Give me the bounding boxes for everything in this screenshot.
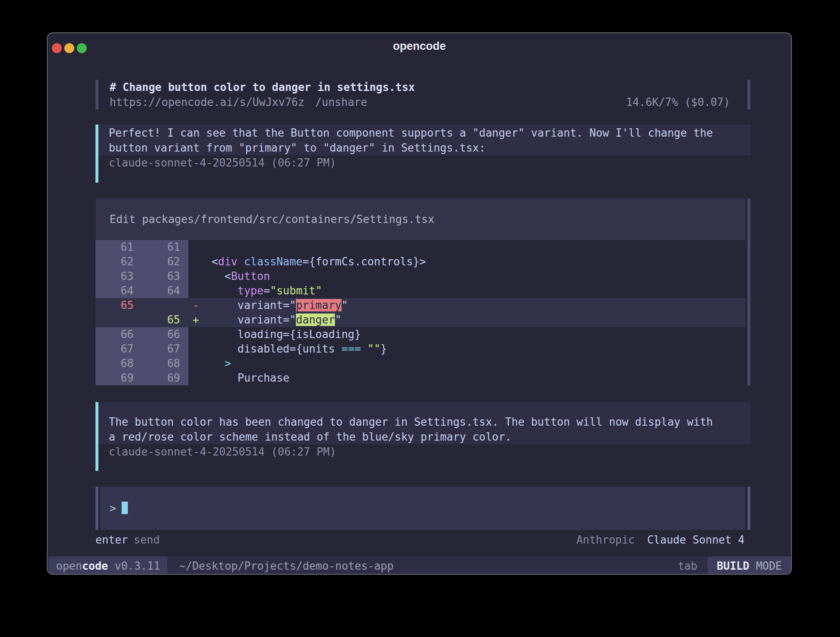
close-button[interactable] — [52, 43, 62, 53]
line-number-old: 66 — [95, 327, 142, 342]
footer-hints: enter send Anthropic Claude Sonnet 4 — [95, 532, 750, 547]
code-segment — [205, 284, 237, 297]
working-directory: ~/Desktop/Projects/demo-notes-app — [179, 556, 394, 575]
prompt-char: > — [110, 502, 116, 514]
diff-row: 65+ variant="danger" — [95, 313, 745, 327]
code-segment: === — [342, 343, 361, 355]
line-number-old: 67 — [95, 342, 142, 356]
code-segment: < — [205, 255, 218, 268]
token-cost-stats: 14.6K/7% ($0.07) — [626, 95, 745, 110]
message-accent-bar — [95, 402, 98, 471]
code-segment — [205, 357, 225, 370]
header-right-border — [747, 80, 750, 110]
message-text: Perfect! I can see that the Button compo… — [98, 125, 750, 155]
line-number-old: 65 — [95, 298, 142, 313]
prompt-input[interactable]: > — [100, 487, 745, 530]
text-cursor — [122, 502, 128, 514]
code-segment: Purchase — [205, 372, 290, 384]
main-area: # Change button color to danger in setti… — [48, 59, 791, 547]
diff-row: 6161 — [95, 240, 745, 255]
diff-sign — [188, 269, 205, 284]
model-info: claude-sonnet-4-20250514 (06:27 PM) — [98, 155, 750, 170]
mode-badge: BUILDMODE — [708, 556, 791, 575]
diff-sign: + — [188, 313, 205, 327]
line-number-new: 69 — [142, 371, 188, 385]
diff-sign: - — [188, 298, 205, 313]
diff-row: 6868 > — [95, 356, 745, 371]
diff-sign — [188, 284, 205, 298]
code-segment: > — [225, 357, 231, 370]
diff-row: 6666 loading={isLoading} — [95, 327, 745, 342]
line-number-old: 69 — [95, 371, 142, 385]
diff-sign — [188, 356, 205, 371]
line-number-old: 68 — [95, 356, 142, 371]
diff-sign — [188, 327, 205, 342]
mode-badge-secondary: MODE — [756, 560, 782, 572]
code-segment: primary — [296, 299, 342, 311]
code-segment: danger — [296, 314, 335, 326]
message-line: button variant from "primary" to "danger… — [98, 140, 750, 155]
model-name: Claude Sonnet 4 — [647, 534, 745, 546]
code-segment: className — [244, 255, 303, 268]
prompt-left-border — [95, 487, 98, 530]
diff-row: 6969 Purchase — [95, 371, 745, 385]
line-number-old — [95, 313, 142, 327]
unshare-command[interactable]: /unshare — [315, 95, 367, 110]
line-number-old: 64 — [95, 284, 142, 298]
diff-sign — [188, 342, 205, 356]
message-line: a red/rose color scheme instead of the b… — [98, 429, 750, 444]
code-line: variant="danger" — [205, 313, 342, 327]
model-info: claude-sonnet-4-20250514 (06:27 PM) — [98, 444, 750, 459]
titlebar: opencode — [48, 33, 791, 59]
line-number-new: 66 — [142, 327, 188, 342]
code-line: disabled={units === ""} — [205, 342, 387, 356]
prompt-area: > — [95, 487, 750, 530]
code-segment: loading={isLoading} — [205, 328, 361, 341]
code-line: variant="primary" — [205, 298, 348, 313]
code-segment: variant=" — [205, 299, 296, 311]
code-segment: " — [342, 299, 348, 311]
app-name-suffix: code — [82, 560, 108, 572]
tab-key-hint[interactable]: tab — [678, 556, 697, 575]
assistant-message: Perfect! I can see that the Button compo… — [95, 125, 750, 183]
diff-sign — [188, 240, 205, 255]
code-line: type="submit" — [205, 284, 322, 298]
session-header: # Change button color to danger in setti… — [95, 80, 750, 110]
code-segment: type — [237, 284, 264, 297]
zoom-button[interactable] — [77, 43, 87, 53]
line-number-new: 62 — [142, 255, 188, 269]
header-left-border — [95, 80, 98, 110]
share-url[interactable]: https://opencode.ai/s/UwJxv76z — [110, 95, 305, 110]
prompt-right-border — [747, 487, 750, 530]
code-segment: ={formCs.controls}> — [303, 255, 426, 268]
line-number-old: 63 — [95, 269, 142, 284]
assistant-message: The button color has been changed to dan… — [95, 402, 750, 471]
app-name-prefix: open — [56, 560, 82, 572]
edit-tool-card: Edit packages/frontend/src/containers/Se… — [95, 198, 750, 385]
line-number-new — [142, 298, 188, 313]
code-line: <div className={formCs.controls}> — [205, 255, 426, 269]
diff-row: 6363 <Button — [95, 269, 745, 284]
code-segment: = — [264, 284, 270, 297]
message-line: The button color has been changed to dan… — [98, 414, 750, 429]
app-version-chip: opencodev0.3.11 — [49, 556, 167, 575]
diff-row: 6262 <div className={formCs.controls}> — [95, 255, 745, 269]
message-accent-bar — [95, 125, 98, 183]
status-bar: opencodev0.3.11 ~/Desktop/Projects/demo-… — [48, 556, 791, 575]
diff-sign — [188, 255, 205, 269]
diff-row: 6767 disabled={units === ""} — [95, 342, 745, 356]
minimize-button[interactable] — [64, 43, 74, 53]
edit-file-header: Edit packages/frontend/src/containers/Se… — [95, 198, 745, 240]
line-number-new: 64 — [142, 284, 188, 298]
code-segment — [237, 255, 244, 268]
line-number-new: 63 — [142, 269, 188, 284]
line-number-new: 61 — [142, 240, 188, 255]
diff-rows: 61616262 <div className={formCs.controls… — [95, 240, 745, 385]
app-version: v0.3.11 — [115, 560, 160, 572]
window-title: opencode — [48, 33, 791, 59]
code-segment: "" — [367, 343, 380, 355]
code-segment: Button — [231, 270, 270, 282]
traffic-lights — [52, 43, 87, 53]
send-hint-label: send — [134, 532, 160, 547]
line-number-new: 68 — [142, 356, 188, 371]
